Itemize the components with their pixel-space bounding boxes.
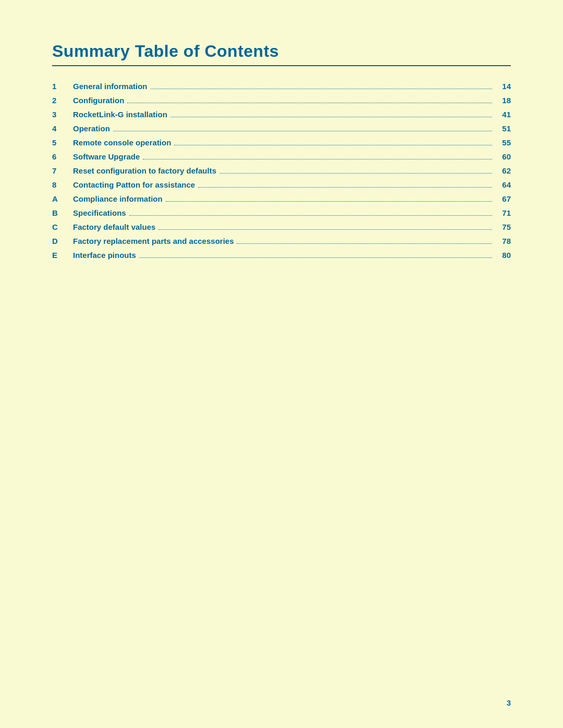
title-divider xyxy=(52,65,511,66)
toc-entry-label[interactable]: Factory replacement parts and accessorie… xyxy=(73,237,234,245)
toc-entry-dots xyxy=(198,187,492,188)
toc-entry-label[interactable]: Reset configuration to factory defaults xyxy=(73,166,216,175)
toc-entry-page: 51 xyxy=(495,124,511,133)
toc-entry-dots xyxy=(143,159,492,159)
toc-entry-number: B xyxy=(52,208,73,217)
toc-entry-number: A xyxy=(52,194,73,203)
toc-row: 3RocketLink-G installation41 xyxy=(52,110,511,119)
toc-entry-dots xyxy=(166,201,492,202)
toc-entry-dots xyxy=(129,215,492,216)
toc-entry-number: 3 xyxy=(52,110,73,119)
toc-container: 1General information142Configuration183R… xyxy=(52,82,511,260)
toc-entry-dots xyxy=(174,145,492,145)
toc-row: CFactory default values75 xyxy=(52,223,511,231)
toc-row: DFactory replacement parts and accessori… xyxy=(52,237,511,245)
toc-entry-label[interactable]: Remote console operation xyxy=(73,138,171,147)
toc-entry-label[interactable]: Operation xyxy=(73,124,110,133)
toc-entry-page: 71 xyxy=(495,208,511,217)
toc-row: 5Remote console operation55 xyxy=(52,138,511,147)
toc-entry-number: 1 xyxy=(52,82,73,91)
toc-row: 1General information14 xyxy=(52,82,511,91)
toc-entry-number: E xyxy=(52,251,73,260)
toc-entry-number: 7 xyxy=(52,166,73,175)
toc-entry-page: 64 xyxy=(495,180,511,189)
toc-row: 2Configuration18 xyxy=(52,96,511,105)
toc-entry-label[interactable]: Contacting Patton for assistance xyxy=(73,180,195,189)
toc-entry-label[interactable]: General information xyxy=(73,82,148,91)
toc-entry-label[interactable]: RocketLink-G installation xyxy=(73,110,167,119)
toc-entry-dots xyxy=(127,103,492,103)
toc-entry-page: 80 xyxy=(495,251,511,260)
toc-entry-page: 41 xyxy=(495,110,511,119)
toc-entry-page: 18 xyxy=(495,96,511,105)
toc-entry-dots xyxy=(151,89,492,89)
toc-entry-number: C xyxy=(52,223,73,231)
page-container: Summary Table of Contents 1General infor… xyxy=(0,0,563,728)
toc-entry-label[interactable]: Interface pinouts xyxy=(73,251,136,260)
toc-entry-page: 55 xyxy=(495,138,511,147)
toc-entry-label[interactable]: Compliance information xyxy=(73,194,163,203)
toc-row: EInterface pinouts80 xyxy=(52,251,511,260)
toc-entry-dots xyxy=(219,173,492,174)
toc-row: 6Software Upgrade60 xyxy=(52,152,511,161)
toc-row: ACompliance information67 xyxy=(52,194,511,203)
toc-entry-number: 2 xyxy=(52,96,73,105)
toc-row: BSpecifications71 xyxy=(52,208,511,217)
toc-entry-page: 75 xyxy=(495,223,511,231)
toc-row: 4Operation51 xyxy=(52,124,511,133)
toc-entry-number: 8 xyxy=(52,180,73,189)
toc-entry-dots xyxy=(237,243,492,244)
toc-entry-page: 78 xyxy=(495,237,511,245)
toc-entry-label[interactable]: Specifications xyxy=(73,208,126,217)
toc-entry-dots xyxy=(158,229,492,230)
toc-entry-page: 14 xyxy=(495,82,511,91)
page-title: Summary Table of Contents xyxy=(52,42,511,61)
toc-entry-number: D xyxy=(52,237,73,245)
toc-entry-label[interactable]: Factory default values xyxy=(73,223,155,231)
toc-entry-number: 4 xyxy=(52,124,73,133)
page-number: 3 xyxy=(507,698,511,707)
toc-entry-dots xyxy=(139,257,492,258)
toc-entry-label[interactable]: Software Upgrade xyxy=(73,152,140,161)
title-section: Summary Table of Contents xyxy=(52,42,511,66)
toc-entry-page: 62 xyxy=(495,166,511,175)
toc-entry-dots xyxy=(170,117,492,117)
toc-entry-dots xyxy=(113,131,492,131)
toc-row: 8Contacting Patton for assistance64 xyxy=(52,180,511,189)
toc-entry-number: 5 xyxy=(52,138,73,147)
toc-entry-page: 67 xyxy=(495,194,511,203)
toc-entry-page: 60 xyxy=(495,152,511,161)
toc-entry-label[interactable]: Configuration xyxy=(73,96,124,105)
toc-row: 7Reset configuration to factory defaults… xyxy=(52,166,511,175)
toc-entry-number: 6 xyxy=(52,152,73,161)
